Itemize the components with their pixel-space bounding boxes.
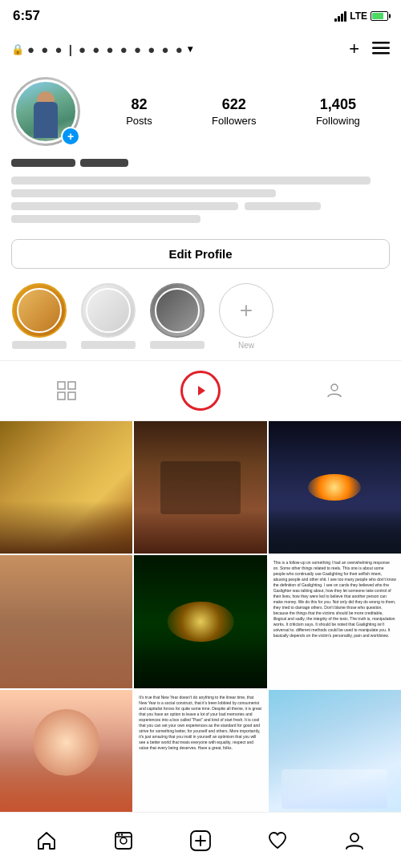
bio-line-3b: [245, 202, 320, 210]
stats-row: 82 Posts 622 Followers 1,405 Following: [96, 96, 390, 128]
plus-icon: +: [349, 39, 359, 59]
reels-nav-icon: [113, 830, 134, 851]
highlight-label-2: [81, 341, 136, 349]
followers-stat[interactable]: 622 Followers: [212, 96, 257, 128]
edit-profile-button[interactable]: Edit Profile: [11, 239, 390, 269]
posts-count: 82: [126, 96, 152, 113]
posts-grid: This is a follow-up on something I had a…: [0, 421, 401, 812]
tab-reels[interactable]: [134, 361, 268, 420]
status-time: 6:57: [13, 8, 40, 24]
following-label: Following: [316, 115, 360, 127]
avatar-body: [34, 102, 58, 138]
reels-icon: [192, 383, 209, 399]
followers-count: 622: [212, 96, 257, 113]
nav-reels[interactable]: [103, 821, 144, 861]
avatar-container[interactable]: +: [11, 77, 80, 146]
header-actions: +: [349, 39, 390, 59]
bio-name-block: [11, 159, 75, 167]
lock-icon: 🔒: [11, 43, 24, 55]
svg-point-11: [120, 838, 127, 844]
post-text-overlay-2: It's true that New Year doesn't do anyth…: [134, 690, 266, 812]
post-text-overlay-1: This is a follow-up on something I had a…: [269, 555, 401, 688]
post-item-9[interactable]: [269, 690, 401, 812]
battery-fill: [372, 13, 383, 19]
chevron-down-icon[interactable]: ▾: [188, 43, 192, 55]
add-post-icon: [189, 829, 212, 852]
add-story-button[interactable]: +: [61, 127, 80, 146]
nav-home[interactable]: [26, 821, 67, 861]
bio-name-block-2: [80, 159, 128, 167]
nav-add[interactable]: [180, 821, 221, 861]
posts-label: Posts: [126, 115, 152, 127]
highlight-thumb-1: [17, 288, 62, 333]
post-item-5[interactable]: [134, 555, 266, 688]
highlight-thumb-3: [155, 288, 200, 333]
bio-section: [0, 151, 401, 234]
nav-activity[interactable]: [257, 821, 298, 861]
highlight-ring-1: [12, 283, 67, 338]
svg-point-18: [350, 834, 358, 842]
following-count: 1,405: [316, 96, 360, 113]
highlight-ring-3: [150, 283, 205, 338]
status-bar: 6:57 LTE: [0, 0, 401, 29]
scrollable-content: + 82 Posts 622 Followers 1,405 Following: [0, 69, 401, 812]
highlight-add-ring: +: [219, 283, 273, 338]
highlight-add-label: New: [219, 341, 273, 349]
post-item-4[interactable]: [0, 555, 132, 688]
svg-rect-6: [68, 392, 75, 400]
bio-line-1: [11, 176, 371, 185]
post-item-6[interactable]: This is a follow-up on something I had a…: [269, 555, 401, 688]
svg-point-13: [118, 834, 119, 835]
following-stat[interactable]: 1,405 Following: [316, 96, 360, 128]
highlight-label-1: [12, 341, 67, 349]
highlight-ring-2: [81, 283, 136, 338]
post-item-8[interactable]: It's true that New Year doesn't do anyth…: [134, 690, 266, 812]
grid-icon: [57, 381, 76, 400]
highlight-label-3: [150, 341, 205, 349]
svg-rect-5: [58, 392, 65, 400]
battery-icon: [371, 11, 388, 21]
hamburger-icon: [372, 42, 390, 55]
tab-grid[interactable]: [0, 361, 134, 420]
svg-rect-4: [68, 382, 75, 389]
lte-indicator: LTE: [350, 10, 367, 22]
post-item-2[interactable]: [134, 421, 266, 554]
bio-line-3-container: [11, 202, 390, 210]
nav-profile[interactable]: [334, 821, 375, 861]
home-icon: [36, 830, 57, 851]
bottom-nav: [0, 812, 401, 868]
svg-rect-0: [372, 42, 390, 44]
svg-rect-1: [372, 47, 390, 49]
post-item-3[interactable]: [269, 421, 401, 554]
svg-rect-2: [372, 52, 390, 55]
bio-line-3: [11, 202, 238, 210]
tab-tagged[interactable]: [267, 361, 401, 420]
svg-point-8: [331, 384, 338, 391]
heart-icon: [267, 830, 288, 851]
post-item-7[interactable]: [0, 690, 132, 812]
post-item-1[interactable]: [0, 421, 132, 554]
username-text: ● ● ● | ● ● ● ● ● ● ● ●: [27, 43, 184, 56]
posts-stat[interactable]: 82 Posts: [126, 96, 152, 128]
highlight-thumb-2: [86, 288, 131, 333]
add-content-button[interactable]: +: [349, 39, 359, 59]
highlight-item-2[interactable]: [80, 283, 136, 349]
profile-nav-icon: [344, 830, 365, 851]
tabs-row: [0, 360, 401, 421]
reels-circle: [180, 371, 221, 411]
svg-point-14: [121, 834, 123, 835]
header-username-area[interactable]: 🔒 ● ● ● | ● ● ● ● ● ● ● ● ▾: [11, 43, 192, 56]
header: 🔒 ● ● ● | ● ● ● ● ● ● ● ● ▾ +: [0, 29, 401, 69]
highlights-row: + New: [0, 278, 401, 360]
svg-marker-7: [198, 386, 205, 395]
menu-button[interactable]: [372, 42, 390, 57]
profile-top: + 82 Posts 622 Followers 1,405 Following: [11, 77, 390, 146]
bio-line-4: [11, 215, 200, 223]
signal-bars-icon: [334, 10, 346, 22]
highlight-item-1[interactable]: [11, 283, 67, 349]
tagged-icon: [325, 381, 344, 400]
highlight-add-item[interactable]: + New: [218, 283, 274, 349]
highlight-item-3[interactable]: [149, 283, 205, 349]
bio-line-2: [11, 189, 276, 197]
highlight-add-icon: +: [240, 298, 253, 323]
